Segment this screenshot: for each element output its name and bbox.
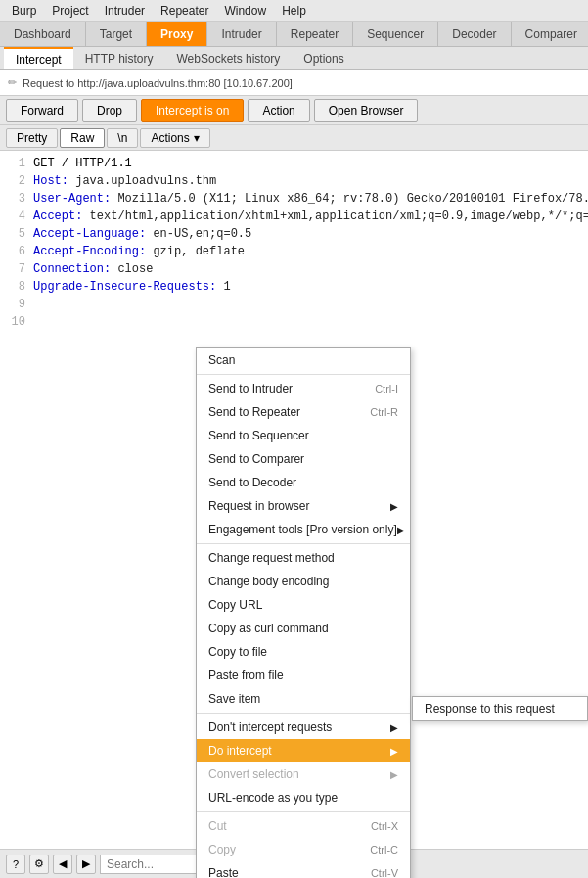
- tab-intruder[interactable]: Intruder: [207, 22, 276, 46]
- ctx-change-method[interactable]: Change request method: [197, 546, 410, 570]
- line-num-3: 3: [6, 190, 25, 208]
- ctx-paste-file[interactable]: Paste from file: [197, 664, 410, 687]
- forward-button[interactable]: Forward: [6, 99, 78, 122]
- help-icon[interactable]: ?: [6, 855, 25, 874]
- menu-burp[interactable]: Burp: [4, 2, 44, 20]
- ctx-copy-file[interactable]: Copy to file: [197, 640, 410, 664]
- forward-icon[interactable]: ▶: [76, 855, 96, 874]
- line-num-5: 5: [6, 225, 25, 243]
- ctx-convert-selection-arrow: ▶: [390, 769, 398, 780]
- ctx-engagement-tools[interactable]: Engagement tools [Pro version only] ▶: [197, 518, 410, 541]
- pencil-icon: ✏: [8, 76, 17, 89]
- ctx-send-decoder[interactable]: Send to Decoder: [197, 471, 410, 494]
- ctx-do-intercept[interactable]: Do intercept ▶: [197, 739, 410, 762]
- ctx-copy-url[interactable]: Copy URL: [197, 593, 410, 617]
- ctx-save-item[interactable]: Save item: [197, 687, 410, 711]
- line-num-9: 9: [6, 296, 25, 313]
- tab-dashboard[interactable]: Dashboard: [0, 22, 86, 46]
- actions-dropdown[interactable]: Actions ▾: [140, 128, 209, 148]
- ctx-send-comparer-label: Send to Comparer: [208, 452, 304, 466]
- ctx-change-encoding[interactable]: Change body encoding: [197, 570, 410, 593]
- line-content-8: Upgrade-Insecure-Requests: 1: [33, 278, 231, 296]
- code-line-8: 8 Upgrade-Insecure-Requests: 1: [6, 278, 582, 296]
- menu-repeater[interactable]: Repeater: [153, 2, 216, 20]
- subtab-options[interactable]: Options: [292, 47, 355, 69]
- pretty-button[interactable]: Pretty: [6, 128, 58, 148]
- menu-bar: Burp Project Intruder Repeater Window He…: [0, 0, 588, 22]
- tab-decoder[interactable]: Decoder: [438, 22, 511, 46]
- code-line-2: 2 Host: java.uploadvulns.thm: [6, 172, 582, 190]
- ctx-send-intruder[interactable]: Send to Intruder Ctrl-I: [197, 377, 410, 400]
- ctx-url-encode[interactable]: URL-encode as you type: [197, 786, 410, 809]
- code-line-5: 5 Accept-Language: en-US,en;q=0.5: [6, 225, 582, 243]
- back-icon[interactable]: ◀: [53, 855, 72, 874]
- line-content-4: Accept: text/html,application/xhtml+xml,…: [33, 208, 588, 225]
- format-bar: Pretty Raw \n Actions ▾: [0, 125, 588, 151]
- open-browser-button[interactable]: Open Browser: [314, 99, 419, 122]
- ctx-send-sequencer[interactable]: Send to Sequencer: [197, 424, 410, 447]
- ctx-engagement-tools-arrow: ▶: [397, 525, 405, 535]
- line-num-4: 4: [6, 208, 25, 225]
- ctx-paste[interactable]: Paste Ctrl-V: [197, 861, 410, 878]
- ctx-scan[interactable]: Scan: [197, 348, 410, 372]
- ctx-send-repeater[interactable]: Send to Repeater Ctrl-R: [197, 400, 410, 424]
- actions-chevron-icon: ▾: [194, 131, 200, 145]
- ctx-send-comparer[interactable]: Send to Comparer: [197, 447, 410, 471]
- raw-button[interactable]: Raw: [60, 128, 105, 148]
- tab-proxy[interactable]: Proxy: [147, 22, 207, 46]
- ctx-convert-selection[interactable]: Convert selection ▶: [197, 762, 410, 786]
- ctx-send-repeater-shortcut: Ctrl-R: [370, 406, 398, 418]
- ctx-request-browser-arrow: ▶: [390, 501, 398, 512]
- newline-button[interactable]: \n: [107, 128, 138, 148]
- subtab-http-history[interactable]: HTTP history: [73, 47, 165, 69]
- line-num-1: 1: [6, 155, 25, 172]
- code-line-1: 1 GET / HTTP/1.1: [6, 155, 582, 172]
- subtab-websockets[interactable]: WebSockets history: [165, 47, 293, 69]
- tab-sequencer[interactable]: Sequencer: [353, 22, 438, 46]
- actions-label: Actions: [151, 131, 189, 145]
- menu-window[interactable]: Window: [216, 2, 274, 20]
- gear-icon[interactable]: ⚙: [29, 855, 49, 874]
- request-info-text: Request to http://java.uploadvulns.thm:8…: [23, 77, 293, 89]
- ctx-send-repeater-label: Send to Repeater: [208, 405, 300, 419]
- action-button[interactable]: Action: [248, 99, 309, 122]
- ctx-scan-label: Scan: [208, 353, 235, 367]
- submenu-response[interactable]: Response to this request: [413, 697, 587, 720]
- tab-comparer[interactable]: Comparer: [512, 22, 588, 46]
- tab-repeater[interactable]: Repeater: [277, 22, 353, 46]
- line-num-10: 10: [6, 313, 25, 331]
- code-line-7: 7 Connection: close: [6, 260, 582, 278]
- menu-help[interactable]: Help: [274, 2, 314, 20]
- line-num-2: 2: [6, 172, 25, 190]
- ctx-request-browser[interactable]: Request in browser ▶: [197, 494, 410, 518]
- line-content-6: Accept-Encoding: gzip, deflate: [33, 243, 245, 260]
- ctx-cut[interactable]: Cut Ctrl-X: [197, 814, 410, 838]
- menu-intruder[interactable]: Intruder: [97, 2, 153, 20]
- ctx-change-encoding-label: Change body encoding: [208, 575, 329, 588]
- ctx-send-decoder-label: Send to Decoder: [208, 476, 296, 489]
- ctx-send-intruder-shortcut: Ctrl-I: [375, 383, 398, 394]
- context-menu: Scan Send to Intruder Ctrl-I Send to Rep…: [196, 347, 411, 878]
- ctx-cut-shortcut: Ctrl-X: [371, 820, 398, 832]
- line-content-2: Host: java.uploadvulns.thm: [33, 172, 216, 190]
- line-num-8: 8: [6, 278, 25, 296]
- ctx-dont-intercept-label: Don't intercept requests: [208, 720, 332, 734]
- ctx-sep-2: [197, 543, 410, 544]
- line-num-7: 7: [6, 260, 25, 278]
- tab-target[interactable]: Target: [86, 22, 147, 46]
- ctx-copy-curl-label: Copy as curl command: [208, 622, 329, 635]
- intercept-on-button[interactable]: Intercept is on: [141, 99, 244, 122]
- main-tab-bar: Dashboard Target Proxy Intruder Repeater…: [0, 22, 588, 47]
- ctx-paste-label: Paste: [208, 866, 239, 878]
- ctx-copy-curl[interactable]: Copy as curl command: [197, 617, 410, 640]
- drop-button[interactable]: Drop: [82, 99, 137, 122]
- ctx-do-intercept-label: Do intercept: [208, 744, 272, 758]
- ctx-copy-url-label: Copy URL: [208, 598, 262, 612]
- ctx-sep-3: [197, 713, 410, 714]
- submenu-do-intercept: Response to this request: [412, 696, 588, 721]
- menu-project[interactable]: Project: [44, 2, 96, 20]
- ctx-dont-intercept[interactable]: Don't intercept requests ▶: [197, 716, 410, 739]
- code-line-9: 9: [6, 296, 582, 313]
- subtab-intercept[interactable]: Intercept: [4, 47, 73, 69]
- ctx-copy[interactable]: Copy Ctrl-C: [197, 838, 410, 861]
